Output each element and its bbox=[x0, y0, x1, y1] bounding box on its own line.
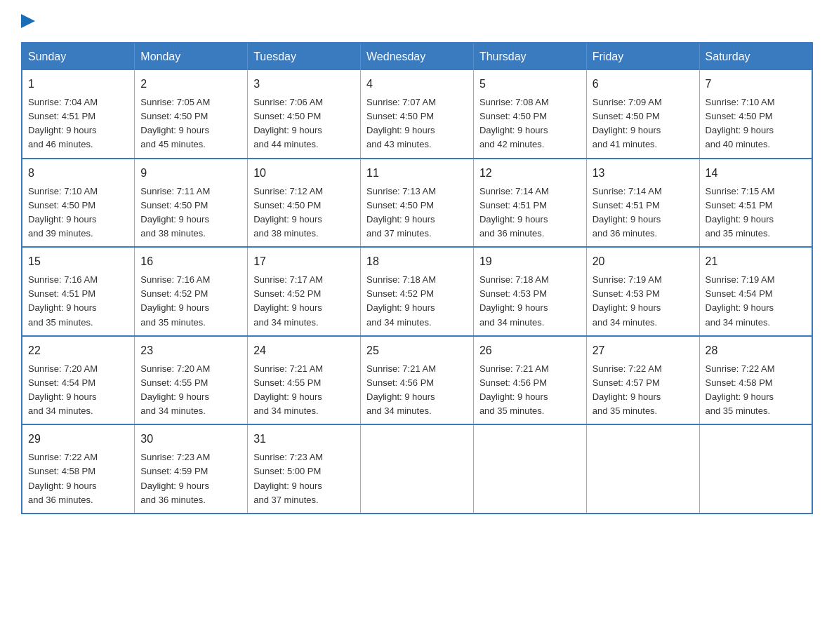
calendar-header-friday: Friday bbox=[586, 43, 699, 70]
calendar-cell: 2Sunrise: 7:05 AMSunset: 4:50 PMDaylight… bbox=[135, 70, 248, 159]
day-info: Sunrise: 7:18 AMSunset: 4:52 PMDaylight:… bbox=[366, 274, 436, 327]
day-info: Sunrise: 7:23 AMSunset: 4:59 PMDaylight:… bbox=[140, 452, 210, 504]
day-number: 13 bbox=[593, 165, 694, 182]
calendar-table: SundayMondayTuesdayWednesdayThursdayFrid… bbox=[21, 42, 813, 514]
day-info: Sunrise: 7:09 AMSunset: 4:50 PMDaylight:… bbox=[593, 97, 662, 149]
day-number: 30 bbox=[140, 431, 241, 448]
day-number: 7 bbox=[706, 76, 806, 93]
day-info: Sunrise: 7:21 AMSunset: 4:56 PMDaylight:… bbox=[366, 363, 436, 416]
day-number: 26 bbox=[479, 342, 581, 359]
day-info: Sunrise: 7:10 AMSunset: 4:50 PMDaylight:… bbox=[28, 186, 98, 239]
calendar-week-row: 29Sunrise: 7:22 AMSunset: 4:58 PMDayligh… bbox=[22, 424, 812, 514]
day-info: Sunrise: 7:04 AMSunset: 4:51 PMDaylight:… bbox=[28, 97, 98, 149]
calendar-week-row: 8Sunrise: 7:10 AMSunset: 4:50 PMDaylight… bbox=[22, 159, 812, 248]
calendar-cell: 18Sunrise: 7:18 AMSunset: 4:52 PMDayligh… bbox=[361, 247, 474, 336]
calendar-week-row: 22Sunrise: 7:20 AMSunset: 4:54 PMDayligh… bbox=[22, 336, 812, 425]
calendar-cell: 17Sunrise: 7:17 AMSunset: 4:52 PMDayligh… bbox=[248, 247, 361, 336]
logo bbox=[21, 14, 37, 28]
day-info: Sunrise: 7:12 AMSunset: 4:50 PMDaylight:… bbox=[253, 186, 323, 239]
day-info: Sunrise: 7:16 AMSunset: 4:51 PMDaylight:… bbox=[28, 274, 98, 327]
day-info: Sunrise: 7:22 AMSunset: 4:57 PMDaylight:… bbox=[593, 363, 662, 416]
calendar-week-row: 1Sunrise: 7:04 AMSunset: 4:51 PMDaylight… bbox=[22, 70, 812, 159]
calendar-header-monday: Monday bbox=[135, 43, 248, 70]
day-number: 25 bbox=[366, 342, 468, 359]
day-info: Sunrise: 7:14 AMSunset: 4:51 PMDaylight:… bbox=[479, 186, 549, 239]
day-info: Sunrise: 7:06 AMSunset: 4:50 PMDaylight:… bbox=[253, 97, 323, 149]
calendar-cell: 29Sunrise: 7:22 AMSunset: 4:58 PMDayligh… bbox=[22, 424, 135, 514]
day-number: 17 bbox=[253, 253, 355, 270]
day-number: 10 bbox=[253, 165, 355, 182]
day-info: Sunrise: 7:18 AMSunset: 4:53 PMDaylight:… bbox=[479, 274, 549, 327]
calendar-cell: 4Sunrise: 7:07 AMSunset: 4:50 PMDaylight… bbox=[361, 70, 474, 159]
day-number: 28 bbox=[706, 342, 806, 359]
calendar-cell: 23Sunrise: 7:20 AMSunset: 4:55 PMDayligh… bbox=[135, 336, 248, 425]
calendar-week-row: 15Sunrise: 7:16 AMSunset: 4:51 PMDayligh… bbox=[22, 247, 812, 336]
calendar-cell: 15Sunrise: 7:16 AMSunset: 4:51 PMDayligh… bbox=[22, 247, 135, 336]
calendar-cell: 11Sunrise: 7:13 AMSunset: 4:50 PMDayligh… bbox=[361, 159, 474, 248]
calendar-cell: 25Sunrise: 7:21 AMSunset: 4:56 PMDayligh… bbox=[361, 336, 474, 425]
calendar-cell: 7Sunrise: 7:10 AMSunset: 4:50 PMDaylight… bbox=[699, 70, 812, 159]
day-number: 27 bbox=[593, 342, 694, 359]
calendar-header-tuesday: Tuesday bbox=[248, 43, 361, 70]
calendar-header-row: SundayMondayTuesdayWednesdayThursdayFrid… bbox=[22, 43, 812, 70]
day-number: 29 bbox=[28, 431, 128, 448]
day-number: 8 bbox=[28, 165, 128, 182]
day-number: 5 bbox=[479, 76, 581, 93]
calendar-cell: 12Sunrise: 7:14 AMSunset: 4:51 PMDayligh… bbox=[473, 159, 586, 248]
calendar-cell: 13Sunrise: 7:14 AMSunset: 4:51 PMDayligh… bbox=[586, 159, 699, 248]
day-info: Sunrise: 7:20 AMSunset: 4:54 PMDaylight:… bbox=[28, 363, 98, 416]
day-number: 15 bbox=[28, 253, 128, 270]
day-number: 19 bbox=[479, 253, 581, 270]
day-info: Sunrise: 7:10 AMSunset: 4:50 PMDaylight:… bbox=[706, 97, 775, 149]
calendar-cell: 10Sunrise: 7:12 AMSunset: 4:50 PMDayligh… bbox=[248, 159, 361, 248]
calendar-cell: 9Sunrise: 7:11 AMSunset: 4:50 PMDaylight… bbox=[135, 159, 248, 248]
day-number: 31 bbox=[253, 431, 355, 448]
logo-flag-icon bbox=[21, 14, 37, 31]
calendar-header-sunday: Sunday bbox=[22, 43, 135, 70]
calendar-cell: 30Sunrise: 7:23 AMSunset: 4:59 PMDayligh… bbox=[135, 424, 248, 514]
day-info: Sunrise: 7:13 AMSunset: 4:50 PMDaylight:… bbox=[366, 186, 436, 239]
day-info: Sunrise: 7:19 AMSunset: 4:54 PMDaylight:… bbox=[706, 274, 775, 327]
calendar-cell: 14Sunrise: 7:15 AMSunset: 4:51 PMDayligh… bbox=[699, 159, 812, 248]
calendar-cell: 22Sunrise: 7:20 AMSunset: 4:54 PMDayligh… bbox=[22, 336, 135, 425]
calendar-cell bbox=[699, 424, 812, 514]
calendar-header-thursday: Thursday bbox=[473, 43, 586, 70]
calendar-cell: 21Sunrise: 7:19 AMSunset: 4:54 PMDayligh… bbox=[699, 247, 812, 336]
day-info: Sunrise: 7:19 AMSunset: 4:53 PMDaylight:… bbox=[593, 274, 662, 327]
calendar-cell: 16Sunrise: 7:16 AMSunset: 4:52 PMDayligh… bbox=[135, 247, 248, 336]
calendar-cell: 20Sunrise: 7:19 AMSunset: 4:53 PMDayligh… bbox=[586, 247, 699, 336]
day-number: 20 bbox=[593, 253, 694, 270]
day-info: Sunrise: 7:15 AMSunset: 4:51 PMDaylight:… bbox=[706, 186, 775, 239]
day-info: Sunrise: 7:20 AMSunset: 4:55 PMDaylight:… bbox=[140, 363, 210, 416]
day-number: 16 bbox=[140, 253, 241, 270]
calendar-cell: 26Sunrise: 7:21 AMSunset: 4:56 PMDayligh… bbox=[473, 336, 586, 425]
calendar-cell bbox=[586, 424, 699, 514]
day-info: Sunrise: 7:07 AMSunset: 4:50 PMDaylight:… bbox=[366, 97, 436, 149]
calendar-cell: 1Sunrise: 7:04 AMSunset: 4:51 PMDaylight… bbox=[22, 70, 135, 159]
calendar-body: 1Sunrise: 7:04 AMSunset: 4:51 PMDaylight… bbox=[22, 70, 812, 514]
day-number: 21 bbox=[706, 253, 806, 270]
day-number: 1 bbox=[28, 76, 128, 93]
day-number: 11 bbox=[366, 165, 468, 182]
svg-marker-0 bbox=[21, 14, 35, 28]
calendar-header-saturday: Saturday bbox=[699, 43, 812, 70]
calendar-cell bbox=[361, 424, 474, 514]
calendar-cell: 6Sunrise: 7:09 AMSunset: 4:50 PMDaylight… bbox=[586, 70, 699, 159]
day-info: Sunrise: 7:22 AMSunset: 4:58 PMDaylight:… bbox=[706, 363, 775, 416]
calendar-cell: 24Sunrise: 7:21 AMSunset: 4:55 PMDayligh… bbox=[248, 336, 361, 425]
calendar-cell: 8Sunrise: 7:10 AMSunset: 4:50 PMDaylight… bbox=[22, 159, 135, 248]
calendar-cell bbox=[473, 424, 586, 514]
day-info: Sunrise: 7:21 AMSunset: 4:55 PMDaylight:… bbox=[253, 363, 323, 416]
day-info: Sunrise: 7:17 AMSunset: 4:52 PMDaylight:… bbox=[253, 274, 323, 327]
day-number: 9 bbox=[140, 165, 241, 182]
calendar-cell: 19Sunrise: 7:18 AMSunset: 4:53 PMDayligh… bbox=[473, 247, 586, 336]
day-number: 2 bbox=[140, 76, 241, 93]
day-info: Sunrise: 7:23 AMSunset: 5:00 PMDaylight:… bbox=[253, 452, 323, 504]
calendar-header-wednesday: Wednesday bbox=[361, 43, 474, 70]
day-number: 4 bbox=[366, 76, 468, 93]
day-info: Sunrise: 7:08 AMSunset: 4:50 PMDaylight:… bbox=[479, 97, 549, 149]
day-info: Sunrise: 7:21 AMSunset: 4:56 PMDaylight:… bbox=[479, 363, 549, 416]
day-number: 23 bbox=[140, 342, 241, 359]
day-info: Sunrise: 7:16 AMSunset: 4:52 PMDaylight:… bbox=[140, 274, 210, 327]
day-info: Sunrise: 7:14 AMSunset: 4:51 PMDaylight:… bbox=[593, 186, 662, 239]
